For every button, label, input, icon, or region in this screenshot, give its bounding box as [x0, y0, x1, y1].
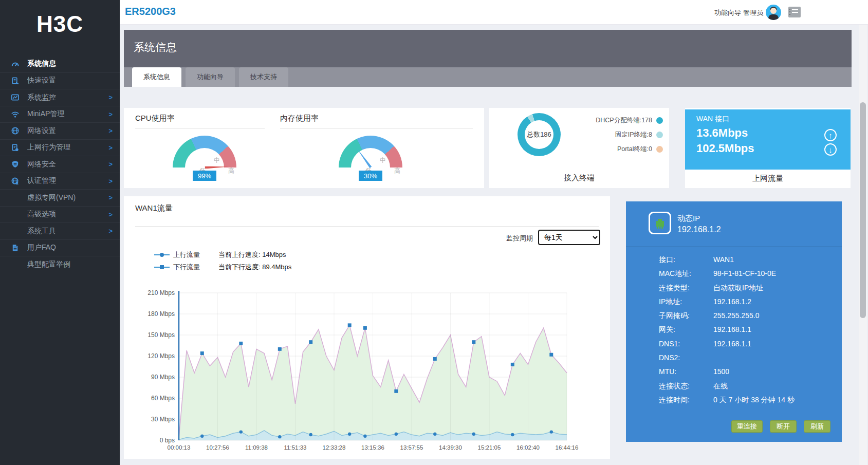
- memory-gauge: 低 中 高: [339, 136, 402, 168]
- sidebar-item-6[interactable]: 网络安全>: [0, 156, 120, 173]
- chevron-right-icon: >: [108, 211, 113, 218]
- svg-text:16:44:16: 16:44:16: [556, 444, 579, 451]
- sidebar-item-1[interactable]: 快速设置: [0, 72, 120, 89]
- sidebar-item-8[interactable]: 虚拟专网(VPN)>: [0, 189, 120, 206]
- tab-0[interactable]: 系统信息: [132, 67, 181, 87]
- legend-upstream: 上行流量: [154, 250, 200, 259]
- wan-detail-row-3: IP地址: 192.168.1.2: [626, 295, 842, 309]
- auth-icon: [10, 176, 20, 185]
- avatar-body-icon: [768, 14, 779, 20]
- gauge-mid-label: 中: [380, 156, 386, 165]
- sidebar-item-11[interactable]: 用户FAQ: [0, 239, 120, 256]
- sidebar-item-label: 典型配置举例: [27, 260, 70, 269]
- sidebar-item-3[interactable]: MiniAP管理>: [0, 106, 120, 123]
- svg-text:210 Mbps: 210 Mbps: [147, 289, 175, 296]
- tab-1[interactable]: 功能向导: [186, 67, 235, 87]
- detail-value: 1500: [713, 367, 729, 376]
- page-header-band: 系统信息: [124, 30, 852, 67]
- svg-text:14:39:30: 14:39:30: [439, 444, 462, 451]
- gauge-high-label: 高: [228, 166, 234, 175]
- chevron-right-icon: >: [108, 127, 113, 135]
- cpu-gauge: 低 中 高: [173, 136, 236, 168]
- sidebar-item-label: 高级选项: [27, 210, 56, 219]
- detail-value: 自动获取IP地址: [713, 284, 763, 293]
- terminals-caption: 接入终端: [489, 173, 669, 183]
- gauge-icon: [10, 59, 20, 68]
- sidebar-item-12[interactable]: 典型配置举例: [0, 256, 120, 273]
- wan-upload-speed: 13.6Mbps: [696, 126, 748, 140]
- svg-text:120 Mbps: 120 Mbps: [147, 352, 175, 360]
- chevron-right-icon: >: [108, 177, 113, 185]
- contact-book-icon[interactable]: [788, 7, 801, 17]
- doc-icon: [10, 243, 20, 252]
- legend-dot-icon: [656, 132, 663, 138]
- chevron-right-icon: >: [108, 110, 113, 118]
- sidebar-item-9[interactable]: 高级选项>: [0, 206, 120, 223]
- avatar-head-icon: [770, 8, 777, 14]
- wan-detail-row-1: MAC地址: 98-F1-81-CF-10-0E: [626, 267, 842, 281]
- detail-label: 连接类型:: [659, 284, 690, 293]
- sidebar-item-2[interactable]: 系统监控>: [0, 89, 120, 106]
- detail-value: 0 天 7 小时 38 分钟 14 秒: [713, 396, 795, 405]
- detail-label: MAC地址:: [659, 269, 691, 278]
- refresh-button[interactable]: 刷新: [804, 420, 830, 433]
- monitor-period-select[interactable]: 每1天: [538, 230, 600, 245]
- globe-icon: [10, 126, 20, 136]
- detail-label: DNS1:: [659, 340, 680, 348]
- chevron-right-icon: >: [108, 160, 113, 168]
- monitor-period-label: 监控周期: [506, 234, 533, 243]
- sidebar-item-0[interactable]: 系统信息: [0, 55, 120, 72]
- svg-text:150 Mbps: 150 Mbps: [147, 331, 175, 339]
- sidebar-item-label: 快速设置: [27, 76, 56, 85]
- avatar[interactable]: [766, 5, 781, 20]
- svg-text:16:02:40: 16:02:40: [516, 444, 540, 451]
- sidebar-item-10[interactable]: 系统工具>: [0, 222, 120, 239]
- wan-detail-row-4: 子网掩码: 255.255.255.0: [626, 309, 842, 323]
- legend-label: DHCP分配终端:178: [596, 116, 652, 125]
- wizard-link[interactable]: 功能向导: [714, 8, 741, 17]
- detail-label: 接口:: [659, 255, 675, 265]
- svg-text:12:33:28: 12:33:28: [323, 444, 346, 451]
- svg-text:13:57:55: 13:57:55: [400, 444, 423, 451]
- cpu-usage-value: 99%: [193, 171, 216, 181]
- traffic-chart: 0 bps30 Mbps60 Mbps90 Mbps120 Mbps150 Mb…: [128, 285, 606, 455]
- downstream-line-square-icon: [154, 265, 170, 270]
- terminals-legend: DHCP分配终端:178 固定IP终端:8 Portal终端:0: [596, 116, 663, 159]
- wan-detail-rows: 接口: WAN1MAC地址: 98-F1-81-CF-10-0E连接类型: 自动…: [626, 253, 842, 407]
- monitor-icon: [10, 93, 20, 102]
- sidebar-item-7[interactable]: 认证管理>: [0, 173, 120, 190]
- wan-detail-row-10: 连接时间: 0 天 7 小时 38 分钟 14 秒: [626, 393, 842, 407]
- traffic-chart-title: WAN1流量: [135, 203, 173, 213]
- sidebar-menu: 系统信息快速设置系统监控>MiniAP管理>网络设置>上网行为管理>网络安全>认…: [0, 55, 120, 273]
- current-download-speed: 当前下行速度: 89.4Mbps: [218, 263, 291, 272]
- sidebar-item-label: 网络安全: [27, 160, 56, 169]
- sidebar-item-5[interactable]: 上网行为管理>: [0, 139, 120, 156]
- detail-label: DNS2:: [659, 354, 680, 362]
- traffic-chart-card: WAN1流量 监控周期 每1天 上行流量 下行流量 当前上行速度: 14Mbps…: [124, 196, 610, 459]
- sidebar-item-label: 系统信息: [27, 59, 56, 68]
- sidebar-item-label: 网络设置: [27, 126, 56, 136]
- detail-label: MTU:: [659, 367, 676, 376]
- chevron-right-icon: >: [108, 194, 113, 201]
- disconnect-button[interactable]: 断开: [770, 420, 797, 433]
- ethernet-port-icon: [649, 212, 671, 234]
- detail-value: WAN1: [713, 255, 734, 264]
- tab-2[interactable]: 技术支持: [239, 67, 288, 87]
- wan-speed-card: WAN 接口 13.6Mbps 102.5Mbps ↑ ↓ 上网流量: [685, 108, 851, 188]
- upstream-line-dot-icon: [154, 252, 170, 257]
- sidebar-item-4[interactable]: 网络设置>: [0, 122, 120, 139]
- divider: [135, 128, 265, 128]
- sidebar-item-label: 系统监控: [27, 93, 56, 102]
- chevron-right-icon: >: [108, 144, 113, 152]
- admin-link[interactable]: 管理员: [743, 8, 763, 17]
- reconnect-button[interactable]: 重连接: [731, 420, 763, 433]
- detail-value: 255.255.255.0: [713, 311, 760, 320]
- detail-label: 网关:: [659, 325, 675, 334]
- chevron-right-icon: >: [108, 94, 113, 101]
- wan-download-speed: 102.5Mbps: [696, 142, 754, 155]
- legend-label: Portal终端:0: [617, 145, 652, 154]
- terminals-legend-item-0: DHCP分配终端:178: [596, 116, 663, 125]
- scrollbar-thumb[interactable]: [860, 102, 866, 318]
- svg-text:90 Mbps: 90 Mbps: [151, 374, 175, 381]
- legend-dot-icon: [656, 117, 663, 124]
